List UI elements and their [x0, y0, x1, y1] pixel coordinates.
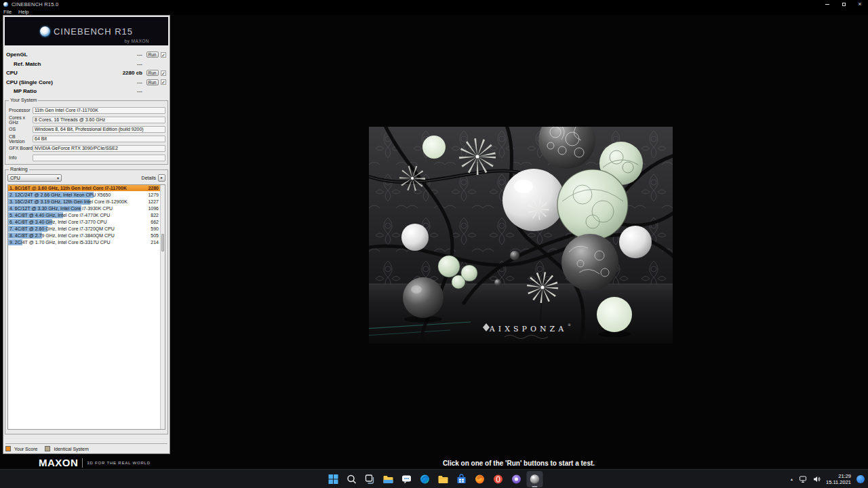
- taskbar-icon-cinebench[interactable]: [527, 471, 543, 487]
- network-icon[interactable]: [799, 475, 807, 483]
- benchmark-value: ---: [137, 79, 145, 85]
- ranking-label: 2. 12C/24T @ 2.66 GHz, Intel Xeon CPU X5…: [9, 192, 111, 197]
- system-field-label: GFX Board: [7, 146, 33, 150]
- benchmark-checkbox[interactable]: ✓: [161, 70, 166, 76]
- benchmark-row: MP Ratio---: [3, 87, 170, 96]
- benchmark-value: ---: [137, 52, 145, 58]
- ranking-row[interactable]: 9. 2C/4T @ 1.70 GHz, Intel Core i5-3317U…: [8, 239, 160, 246]
- ranking-score: 214: [151, 240, 159, 245]
- ranking-filter-dropdown[interactable]: CPU ▾: [7, 174, 62, 182]
- benchmark-check-cell: ✓: [159, 52, 167, 58]
- taskbar-icon-chat[interactable]: [399, 471, 415, 487]
- benchmark-value: ---: [137, 88, 145, 94]
- system-field-label: Cores x GHz: [7, 115, 33, 125]
- ranking-score: 505: [151, 233, 159, 238]
- system-field-row: CB Version64 Bit: [7, 134, 165, 144]
- benchmark-label: OpenGL: [6, 52, 137, 58]
- ranking-label: 3. 16C/24T @ 3.19 GHz, 12th Gen Intel Co…: [9, 199, 127, 204]
- run-button[interactable]: Run: [146, 52, 159, 58]
- minimize-button[interactable]: [819, 0, 835, 8]
- menubar: FileHelp: [0, 8, 868, 15]
- benchmark-label: Ref. Match: [6, 61, 137, 67]
- ranking-score: 590: [151, 226, 159, 231]
- run-button[interactable]: Run: [146, 79, 159, 85]
- minimize-icon: [825, 4, 829, 5]
- menu-item-file[interactable]: File: [0, 9, 15, 15]
- notification-icon[interactable]: [856, 475, 865, 483]
- maximize-icon: [842, 3, 846, 6]
- benchmark-check-cell: ✓: [159, 70, 167, 76]
- ranking-score: 822: [151, 213, 159, 218]
- details-button[interactable]: ▸: [158, 174, 165, 182]
- ranking-row[interactable]: 7. 4C/8T @ 2.60 GHz, Intel Core i7-3720Q…: [8, 226, 160, 232]
- footer-divider: [82, 458, 83, 468]
- ranking-row[interactable]: 4. 6C/12T @ 3.30 GHz, Intel Core i7-3930…: [8, 205, 160, 212]
- ranking-scrollbar-thumb[interactable]: [161, 234, 164, 251]
- system-field-value[interactable]: NVIDIA GeForce RTX 3090/PCIe/SSE2: [33, 145, 165, 152]
- tray-expand-chevron[interactable]: ▲: [790, 477, 793, 481]
- ranking-row[interactable]: 1. 8C/16T @ 3.60 GHz, 11th Gen Intel Cor…: [8, 185, 160, 192]
- taskbar-icon-start[interactable]: [326, 471, 342, 487]
- benchmark-checkbox[interactable]: ✓: [161, 79, 166, 85]
- taskbar-icon-search[interactable]: [344, 471, 360, 487]
- ranking-legend: Your ScoreIdentical System: [5, 443, 167, 451]
- ranking-row[interactable]: 2. 12C/24T @ 2.66 GHz, Intel Xeon CPU X5…: [8, 192, 160, 199]
- benchmark-row: CPU2280 cbRun✓: [3, 68, 170, 78]
- ranking-label: 6. 4C/8T @ 3.40 GHz, Intel Core i7-3770 …: [9, 220, 107, 224]
- benchmark-row: CPU (Single Core)---Run✓: [3, 78, 170, 87]
- ranking-filter-value: CPU: [10, 176, 20, 180]
- taskbar-icon-folder[interactable]: [435, 471, 452, 487]
- clock-date: 15.11.2021: [826, 479, 851, 485]
- ranking-rows: 1. 8C/16T @ 3.60 GHz, 11th Gen Intel Cor…: [8, 185, 160, 246]
- volume-icon[interactable]: [812, 475, 821, 483]
- taskbar-icon-store[interactable]: [454, 471, 470, 487]
- client-area: CINEBENCH R15 by MAXON OpenGL---Run✓Ref.…: [0, 15, 868, 469]
- taskbar-icon-task-view[interactable]: [362, 471, 378, 487]
- maxon-tagline: 3D FOR THE REAL WORLD: [87, 461, 150, 465]
- benchmark-run-cell: Run: [145, 70, 159, 76]
- legend-swatch-your: [5, 446, 11, 451]
- ranking-row[interactable]: 6. 4C/8T @ 3.40 GHz, Intel Core i7-3770 …: [8, 219, 160, 226]
- system-field-row: Info: [7, 153, 165, 163]
- taskbar-icon-file-explorer[interactable]: [380, 471, 397, 487]
- system-field-label: CB Version: [7, 134, 33, 144]
- ranking-row[interactable]: 8. 4C/8T @ 2.79 GHz, Intel Core i7-3840Q…: [8, 232, 160, 239]
- taskbar: ▲ 21:29 15.11.2021: [0, 469, 868, 488]
- taskbar-icon-app-orange[interactable]: [472, 471, 488, 487]
- taskbar-icon-app-purple[interactable]: [509, 471, 525, 487]
- ranking-label: 8. 4C/8T @ 2.79 GHz, Intel Core i7-3840Q…: [9, 233, 115, 238]
- run-button[interactable]: Run: [146, 70, 159, 76]
- benchmark-checkbox[interactable]: ✓: [161, 52, 166, 58]
- system-field-value[interactable]: 11th Gen Intel Core i7-11700K: [33, 107, 165, 114]
- maxon-logo: MAXON: [39, 457, 78, 468]
- window-titlebar: CINEBENCH R15.0 ×: [0, 0, 868, 8]
- system-field-value[interactable]: 64 Bit: [33, 136, 165, 142]
- control-panel: CINEBENCH R15 by MAXON OpenGL---Run✓Ref.…: [3, 15, 170, 454]
- system-field-value[interactable]: [33, 155, 165, 161]
- ranking-row[interactable]: 3. 16C/24T @ 3.19 GHz, 12th Gen Intel Co…: [8, 199, 160, 205]
- your-system-title: Your System: [9, 98, 38, 102]
- taskbar-icon-app-red[interactable]: [490, 471, 507, 487]
- benchmark-label: CPU (Single Core): [6, 79, 137, 85]
- ranking-label: 1. 8C/16T @ 3.60 GHz, 11th Gen Intel Cor…: [9, 186, 127, 190]
- taskbar-clock[interactable]: 21:29 15.11.2021: [826, 473, 851, 485]
- system-field-value[interactable]: Windows 8, 64 Bit, Professional Edition …: [33, 126, 165, 133]
- ranking-row[interactable]: 5. 4C/8T @ 4.40 GHz, Intel Core i7-4770K…: [8, 212, 160, 219]
- close-button[interactable]: ×: [852, 0, 868, 8]
- ranking-label: 9. 2C/4T @ 1.70 GHz, Intel Core i5-3317U…: [9, 240, 111, 245]
- ranking-score: 662: [151, 220, 159, 224]
- benchmark-value: 2280 cb: [123, 70, 145, 76]
- system-field-label: OS: [7, 127, 33, 131]
- ranking-label: 5. 4C/8T @ 4.40 GHz, Intel Core i7-4770K…: [9, 213, 110, 218]
- window-title: CINEBENCH R15.0: [12, 1, 58, 7]
- scene-brand-text: AIXSPONZA: [489, 325, 567, 333]
- taskbar-icon-edge[interactable]: [417, 471, 433, 487]
- maxon-footer: MAXON 3D FOR THE REAL WORLD: [39, 457, 151, 468]
- menu-item-help[interactable]: Help: [15, 9, 32, 15]
- maximize-button[interactable]: [835, 0, 852, 8]
- system-field-value[interactable]: 8 Cores, 16 Threads @ 3.60 GHz: [33, 117, 165, 123]
- cinebench-logo-icon: [40, 26, 50, 37]
- status-message: Click on one of the 'Run' buttons to sta…: [170, 460, 868, 467]
- benchmark-value: ---: [137, 61, 145, 67]
- ranking-scrollbar[interactable]: [160, 185, 165, 429]
